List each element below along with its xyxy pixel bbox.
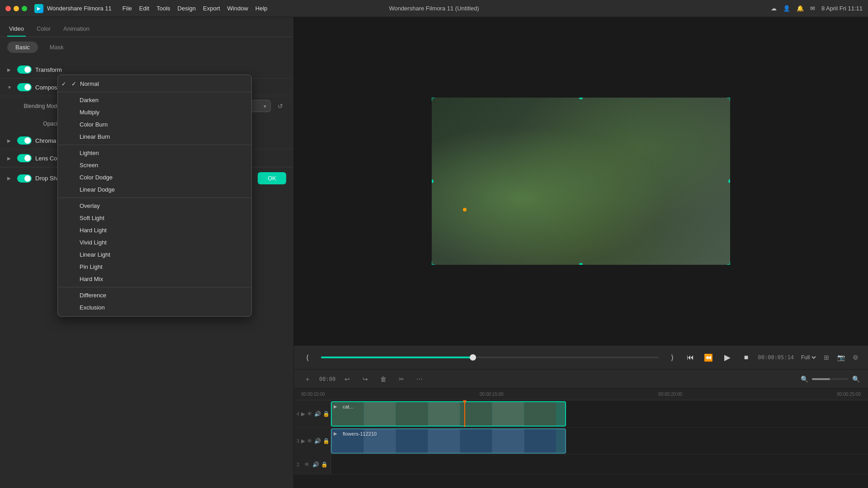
subtab-mask[interactable]: Mask — [42, 42, 72, 53]
blend-option-color-burn[interactable]: Color Burn — [58, 118, 251, 131]
menu-edit[interactable]: Edit — [139, 5, 149, 12]
track-lock-4[interactable]: 🔒 — [323, 410, 330, 418]
divider-3 — [58, 197, 251, 198]
chroma-key-arrow[interactable]: ▶ — [7, 138, 14, 143]
lens-correct-arrow[interactable]: ▶ — [7, 156, 14, 161]
delete-button[interactable]: 🗑 — [377, 373, 390, 385]
menu-window[interactable]: Window — [227, 5, 248, 12]
blend-option-vivid-light[interactable]: Vivid Light — [58, 236, 251, 249]
track-audio-2[interactable]: 🔊 — [312, 460, 319, 469]
blend-option-soft-light[interactable]: Soft Light — [58, 212, 251, 224]
blend-option-hard-light[interactable]: Hard Light — [58, 224, 251, 236]
blend-option-color-dodge[interactable]: Color Dodge — [58, 171, 251, 183]
split-button[interactable]: ✂ — [395, 373, 408, 385]
ok-button[interactable]: OK — [258, 172, 286, 184]
tab-color[interactable]: Color — [35, 22, 52, 37]
minimize-button[interactable] — [14, 6, 19, 11]
playhead[interactable] — [464, 400, 465, 427]
refresh-button[interactable]: ↺ — [274, 100, 286, 112]
blend-option-overlay[interactable]: Overlay — [58, 200, 251, 212]
track-lock-2[interactable]: 🔒 — [321, 460, 328, 469]
stop-button[interactable]: ■ — [740, 351, 753, 364]
blend-option-linear-dodge[interactable]: Linear Dodge — [58, 183, 251, 196]
datetime-label: 8 April Fri 11:11 — [821, 5, 863, 12]
transform-toggle[interactable] — [17, 66, 32, 74]
mid-handle-top[interactable] — [579, 98, 583, 99]
blend-option-label: Pin Light — [80, 263, 103, 270]
traffic-lights[interactable] — [5, 6, 27, 11]
menu-design[interactable]: Design — [178, 5, 196, 12]
blend-option-screen[interactable]: Screen — [58, 159, 251, 171]
track-visible-2[interactable]: 👁 — [304, 460, 311, 469]
corner-handle-br[interactable] — [727, 262, 730, 265]
undo-button[interactable]: ↩ — [341, 373, 354, 385]
blend-option-label: Lighten — [80, 150, 99, 156]
close-button[interactable] — [5, 6, 11, 11]
corner-handle-tr[interactable] — [727, 98, 730, 101]
nav-right-button[interactable]: ⟩ — [666, 351, 679, 364]
zoom-in-button[interactable]: 🔍 — [851, 374, 861, 384]
track-visible-3[interactable]: 👁 — [307, 437, 312, 445]
email-icon[interactable]: ✉ — [810, 5, 815, 12]
track-audio-4[interactable]: 🔊 — [314, 410, 321, 418]
menu-bar[interactable]: File Edit Tools Design Export Window Hel… — [123, 5, 268, 12]
blend-option-linear-light[interactable]: Linear Light — [58, 249, 251, 261]
clip-flowers[interactable]: ▶ flowers-112210 — [331, 428, 566, 454]
settings-button[interactable]: ⚙ — [850, 352, 861, 363]
drop-shadow-arrow[interactable]: ▶ — [7, 176, 14, 181]
blend-option-linear-burn[interactable]: Linear Burn — [58, 131, 251, 143]
clip-cat[interactable]: ▶ cat... — [331, 401, 566, 427]
blend-option-exclusion[interactable]: Exclusion — [58, 301, 251, 314]
blend-option-difference[interactable]: Difference — [58, 289, 251, 301]
bell-icon[interactable]: 🔔 — [797, 5, 804, 12]
nav-left-button[interactable]: ⟨ — [301, 351, 314, 364]
menu-help[interactable]: Help — [255, 5, 268, 12]
fit-screen-button[interactable]: ⊞ — [821, 352, 832, 363]
zoom-slider[interactable] — [812, 378, 848, 380]
lens-correct-toggle[interactable] — [17, 154, 32, 162]
blend-option-label: Color Dodge — [80, 174, 113, 181]
chroma-key-toggle[interactable] — [17, 136, 32, 145]
fullscreen-button[interactable] — [22, 6, 27, 11]
mid-handle-left[interactable] — [432, 179, 434, 183]
menu-file[interactable]: File — [123, 5, 132, 12]
zoom-out-button[interactable]: 🔍 — [799, 374, 809, 384]
more-button[interactable]: ⋯ — [413, 373, 426, 385]
step-back-button[interactable]: ⏪ — [702, 351, 715, 364]
play-button[interactable]: ▶ — [720, 350, 735, 365]
compositing-toggle[interactable] — [17, 83, 32, 91]
blend-option-lighten[interactable]: Lighten — [58, 147, 251, 159]
tab-animation[interactable]: Animation — [61, 22, 91, 37]
thumb-2 — [364, 402, 396, 426]
compositing-arrow[interactable]: ▼ — [7, 85, 14, 90]
opacity-label: Opacity — [7, 121, 61, 127]
redo-button[interactable]: ↪ — [359, 373, 372, 385]
corner-handle-bl[interactable] — [432, 262, 435, 265]
snapshot-button[interactable]: 📷 — [835, 352, 846, 363]
rewind-button[interactable]: ⏮ — [684, 351, 697, 364]
thumb-6 — [492, 402, 524, 426]
blend-option-normal[interactable]: ✓ Normal — [58, 78, 251, 90]
menu-tools[interactable]: Tools — [156, 5, 170, 12]
blend-option-hard-mix[interactable]: Hard Mix — [58, 273, 251, 285]
blend-option-pin-light[interactable]: Pin Light — [58, 261, 251, 273]
add-media-button[interactable]: + — [301, 373, 314, 385]
account-icon[interactable]: 👤 — [783, 5, 790, 12]
transform-handle[interactable] — [463, 208, 467, 211]
tab-video[interactable]: Video — [7, 22, 26, 37]
transform-arrow[interactable]: ▶ — [7, 67, 14, 72]
blend-option-multiply[interactable]: Multiply — [58, 106, 251, 118]
track-content-4: ▶ cat... — [331, 400, 868, 427]
timeline-thumb[interactable] — [470, 354, 476, 361]
mid-handle-bottom[interactable] — [579, 263, 583, 265]
subtab-basic[interactable]: Basic — [7, 42, 38, 53]
track-visible-4[interactable]: 👁 — [307, 410, 312, 418]
timeline-scrubber[interactable] — [321, 357, 659, 358]
track-lock-3[interactable]: 🔒 — [323, 437, 330, 445]
corner-handle-tl[interactable] — [432, 98, 435, 101]
drop-shadow-toggle[interactable] — [17, 174, 32, 183]
track-audio-3[interactable]: 🔊 — [314, 437, 321, 445]
blend-option-darken[interactable]: Darken — [58, 94, 251, 106]
quality-select[interactable]: Full 1/2 1/4 — [799, 354, 817, 361]
menu-export[interactable]: Export — [203, 5, 220, 12]
